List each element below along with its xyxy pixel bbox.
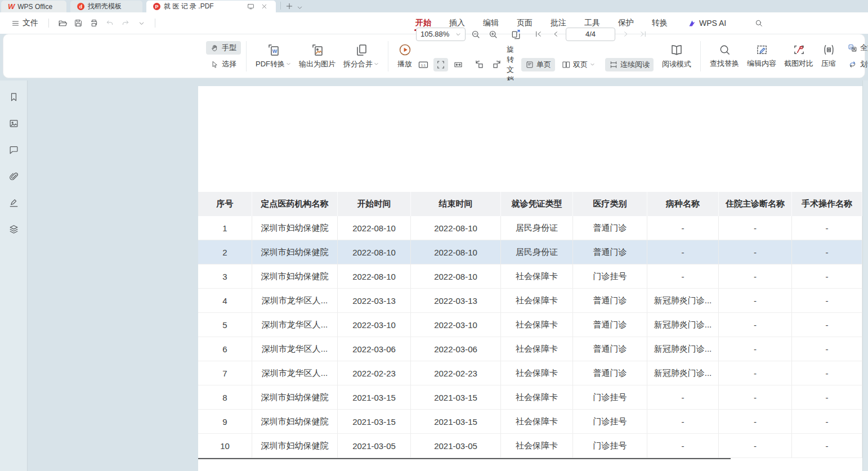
table-row: 7深圳市龙华区人...2022-02-232022-02-23社会保障卡普通门诊… <box>198 361 862 385</box>
table-cell: - <box>792 313 862 337</box>
rotate-right-button[interactable] <box>489 58 504 71</box>
quick-access-chevron-icon[interactable] <box>135 16 148 30</box>
tab-list-chevron-icon[interactable] <box>294 2 305 12</box>
export-image-icon <box>311 43 324 57</box>
vertical-scrollbar[interactable] <box>862 80 868 471</box>
fit-width-button[interactable] <box>451 58 466 71</box>
find-replace-button[interactable]: 查找替换 <box>706 42 743 70</box>
open-file-button[interactable] <box>56 16 69 30</box>
table-header-cell: 就诊凭证类型 <box>501 192 573 216</box>
last-page-button[interactable] <box>636 28 650 41</box>
new-tab-button[interactable] <box>284 1 294 11</box>
table-cell: - <box>719 289 792 313</box>
single-page-icon <box>525 60 534 69</box>
table-cell: - <box>792 216 862 240</box>
first-page-button[interactable] <box>531 28 545 41</box>
table-row: 8深圳市妇幼保健院2021-03-152021-03-15社会保障卡门诊挂号--… <box>198 385 862 410</box>
table-cell: - <box>792 337 862 361</box>
save-button[interactable] <box>71 16 85 30</box>
comment-icon[interactable] <box>6 142 21 157</box>
table-cell: 2022-03-13 <box>338 289 411 313</box>
full-translate-button[interactable]: A 全文翻译 <box>843 41 868 55</box>
play-button[interactable]: 播放 <box>393 41 416 71</box>
cast-screen-icon[interactable] <box>245 2 256 12</box>
table-cell: 2022-03-10 <box>338 313 411 337</box>
table-cell: 新冠肺炎门诊... <box>647 361 719 385</box>
one-to-one-icon: 1:1 <box>418 59 429 70</box>
table-row: 9深圳市妇幼保健院2021-03-152021-03-15社会保障卡门诊挂号--… <box>198 410 862 434</box>
table-header-cell: 开始时间 <box>338 192 411 216</box>
compress-button[interactable]: 压缩 <box>817 42 840 70</box>
table-row: 6深圳市龙华区人...2022-03-062022-03-06社会保障卡普通门诊… <box>198 337 862 361</box>
continuous-read-button[interactable]: 连续阅读 <box>605 58 654 71</box>
zoom-in-button[interactable] <box>486 28 500 41</box>
single-page-button[interactable]: 单页 <box>521 58 555 71</box>
table-cell: 居民身份证 <box>501 216 573 240</box>
actual-size-button[interactable]: 1:1 <box>416 58 431 71</box>
cursor-icon <box>211 60 219 69</box>
screenshot-compare-button[interactable]: 截图对比 <box>780 42 817 70</box>
signature-icon[interactable] <box>6 195 21 210</box>
table-cell: 10 <box>198 434 252 458</box>
svg-text:1:1: 1:1 <box>421 62 426 66</box>
attachment-icon[interactable] <box>6 169 21 183</box>
table-cell: 6 <box>198 337 252 361</box>
table-header-cell: 定点医药机构名称 <box>252 192 338 216</box>
ribbon-toolbar: 手型 选择 W PDF转换 输出为图片 拆分合并 播放 <box>3 34 865 78</box>
tabbar-divider <box>280 2 281 10</box>
table-cell: 社会保障卡 <box>501 361 573 385</box>
zoom-out-button[interactable] <box>468 28 483 41</box>
undo-icon <box>105 19 114 28</box>
bookmark-icon[interactable] <box>6 89 21 104</box>
layers-icon[interactable] <box>6 222 21 236</box>
export-image-button[interactable]: 输出为图片 <box>295 42 339 71</box>
next-page-button[interactable] <box>618 28 633 41</box>
word-translate-button[interactable]: 划词翻译 <box>843 57 868 71</box>
read-mode-button[interactable]: 阅读模式 <box>658 42 695 71</box>
edit-content-button[interactable]: 编辑内容 <box>743 42 780 70</box>
table-cell: 社会保障卡 <box>501 434 573 458</box>
reorder-pages-button[interactable] <box>509 28 524 41</box>
previous-page-button[interactable] <box>548 28 563 41</box>
table-cell: - <box>792 410 862 434</box>
fit-page-button[interactable] <box>433 58 448 71</box>
tab-document[interactable]: P 就 医 记 录 .PDF <box>146 1 276 12</box>
table-cell: 2022-08-10 <box>338 216 411 240</box>
table-cell: 2022-08-10 <box>411 216 501 240</box>
tab-document-label: 就 医 记 录 .PDF <box>164 2 214 11</box>
tab-docer-templates[interactable]: d 找稻壳模板 <box>70 1 142 12</box>
page-number-input[interactable]: 4/4 <box>566 28 615 41</box>
menubar-divider <box>48 19 49 28</box>
wps-ai-button[interactable]: WPS AI <box>688 19 726 28</box>
zoom-level-select[interactable]: 105.88% <box>416 28 466 41</box>
redo-button[interactable] <box>119 16 132 30</box>
table-cell: - <box>647 434 719 458</box>
thumbnail-icon[interactable] <box>6 116 21 131</box>
pdf-convert-button[interactable]: W PDF转换 <box>252 42 295 71</box>
single-page-label: 单页 <box>536 60 551 70</box>
folder-open-icon <box>58 19 68 28</box>
select-tool-button[interactable]: 选择 <box>206 57 241 71</box>
docer-icon: d <box>77 3 84 10</box>
rotate-left-button[interactable] <box>472 58 486 71</box>
split-merge-button[interactable]: 拆分合并 <box>339 42 383 71</box>
double-page-button[interactable]: 双页 <box>558 58 599 71</box>
hand-tool-button[interactable]: 手型 <box>206 41 241 55</box>
table-row: 4深圳市龙华区人...2022-03-132022-03-13社会保障卡普通门诊… <box>198 289 862 313</box>
hand-tool-label: 手型 <box>222 43 236 53</box>
select-tool-label: 选择 <box>222 59 236 69</box>
table-cell: 深圳市龙华区人... <box>252 289 338 313</box>
close-tab-icon[interactable] <box>259 2 269 12</box>
table-cell: 普通门诊 <box>573 313 647 337</box>
undo-button[interactable] <box>103 16 117 30</box>
print-button[interactable] <box>87 16 101 30</box>
wps-ai-icon <box>688 19 696 28</box>
table-header-row: 序号定点医药机构名称开始时间结束时间就诊凭证类型医疗类别病种名称住院主诊断名称手… <box>198 192 862 216</box>
table-cell: 新冠肺炎门诊... <box>647 313 719 337</box>
file-menu-button[interactable]: 文件 <box>8 16 42 30</box>
edit-content-icon <box>755 43 768 56</box>
tab-wps-home[interactable]: W WPS Office <box>1 1 66 12</box>
table-cell: - <box>719 313 792 337</box>
menu-search-button[interactable] <box>752 16 766 30</box>
edit-content-label: 编辑内容 <box>747 59 776 69</box>
